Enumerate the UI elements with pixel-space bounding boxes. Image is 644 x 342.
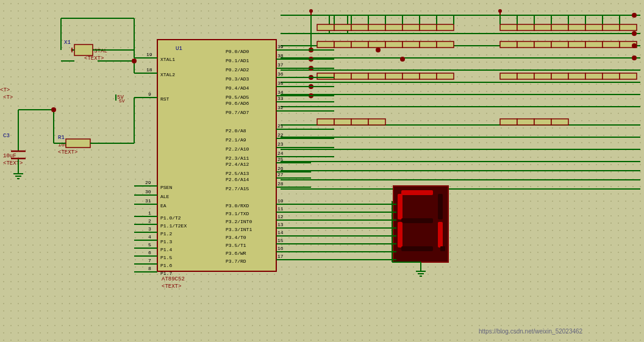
svg-rect-165 [334, 24, 351, 30]
svg-text:2: 2 [148, 218, 151, 224]
svg-text:13: 13 [277, 222, 284, 227]
svg-text:11: 11 [277, 206, 284, 212]
svg-rect-200 [568, 41, 585, 48]
svg-text:35: 35 [277, 80, 284, 86]
svg-text:P2.2/A10: P2.2/A10 [226, 146, 249, 152]
svg-text:39: 39 [277, 44, 284, 49]
svg-text:P3.5/T1: P3.5/T1 [226, 243, 246, 248]
svg-rect-204 [500, 73, 517, 79]
cap-c3-label: C3 [3, 133, 10, 139]
seg-top-right [438, 194, 443, 219]
svg-text:P1.7: P1.7 [160, 271, 172, 276]
svg-text:P0.0/AD0: P0.0/AD0 [226, 49, 249, 54]
svg-rect-192 [568, 24, 585, 30]
svg-rect-178 [420, 41, 437, 48]
svg-rect-181 [334, 73, 351, 79]
crystal-label: X1 [64, 40, 71, 46]
svg-rect-170 [420, 24, 437, 30]
svg-rect-207 [551, 73, 568, 79]
svg-text:32: 32 [277, 105, 284, 110]
svg-text:XTAL1: XTAL1 [160, 57, 175, 62]
svg-rect-216 [500, 119, 517, 125]
svg-text:9: 9 [148, 91, 151, 97]
svg-text:P0.2/AD2: P0.2/AD2 [226, 67, 249, 73]
svg-text:P2.1/A9: P2.1/A9 [226, 137, 246, 143]
svg-text:P2.6/A14: P2.6/A14 [226, 177, 249, 182]
svg-text:29: 29 [145, 180, 151, 185]
ic-u1-label: U1 [176, 46, 182, 52]
svg-text:P1.5: P1.5 [160, 255, 172, 260]
svg-rect-175 [368, 41, 385, 48]
svg-text:34: 34 [277, 90, 284, 95]
svg-rect-187 [437, 73, 454, 79]
svg-text:36: 36 [277, 71, 284, 77]
svg-rect-189 [517, 24, 534, 30]
svg-text:ALE: ALE [160, 194, 170, 199]
svg-text:8: 8 [148, 266, 151, 271]
svg-rect-205 [517, 73, 534, 79]
svg-text:P3.1/TXD: P3.1/TXD [226, 211, 249, 216]
svg-text:5: 5 [148, 242, 151, 248]
svg-point-278 [309, 9, 313, 13]
svg-rect-186 [420, 73, 437, 79]
svg-rect-188 [500, 24, 517, 30]
cap-c3-text: <TEXT> [3, 160, 23, 166]
svg-text:3: 3 [148, 226, 151, 232]
svg-point-226 [376, 48, 381, 52]
svg-text:P1.2: P1.2 [160, 231, 172, 237]
svg-text:P0.3/AD3: P0.3/AD3 [226, 76, 249, 82]
svg-rect-199 [551, 41, 568, 48]
svg-rect-210 [603, 73, 620, 79]
svg-rect-209 [585, 73, 603, 79]
svg-text:14: 14 [277, 230, 284, 235]
svg-rect-217 [517, 119, 534, 125]
svg-rect-176 [385, 41, 402, 48]
svg-rect-174 [351, 41, 368, 48]
svg-rect-171 [437, 24, 454, 30]
svg-text:19: 19 [146, 52, 152, 57]
ic-u1-text: <TEXT> [162, 283, 181, 290]
svg-text:27: 27 [277, 172, 284, 177]
svg-text:24: 24 [277, 151, 284, 156]
svg-rect-177 [402, 41, 420, 48]
svg-rect-166 [351, 24, 368, 30]
seg-middle [401, 218, 433, 223]
svg-text:30: 30 [145, 189, 151, 194]
svg-rect-173 [334, 41, 351, 48]
svg-text:25: 25 [277, 157, 284, 162]
svg-text:P1.6: P1.6 [160, 263, 172, 268]
svg-point-227 [400, 57, 405, 62]
svg-text:P3.7/RD: P3.7/RD [226, 258, 246, 264]
svg-text:P3.6/WR: P3.6/WR [226, 251, 246, 256]
seg-bottom-right [438, 222, 443, 248]
svg-rect-218 [534, 119, 551, 125]
svg-text:P2.4/A12: P2.4/A12 [226, 162, 249, 167]
crystal-body [74, 45, 93, 55]
svg-rect-196 [500, 41, 517, 48]
ic-u1-type: AT89C52 [162, 276, 185, 282]
seg-bottom [401, 246, 433, 251]
svg-text:P3.0/RXD: P3.0/RXD [226, 203, 249, 208]
svg-text:P1.3: P1.3 [160, 239, 172, 244]
seg-dp [440, 246, 445, 251]
seg-bottom-left [398, 222, 402, 248]
svg-rect-214 [351, 119, 368, 125]
svg-text:EA: EA [160, 203, 166, 208]
svg-text:P0.6/AD6: P0.6/AD6 [226, 101, 249, 106]
svg-rect-191 [551, 24, 568, 30]
junction-rst [51, 107, 56, 112]
svg-text:26: 26 [277, 166, 284, 171]
res-r1-text: <TEXT> [58, 149, 77, 155]
svg-text:P1.0/T2: P1.0/T2 [160, 215, 181, 221]
svg-text:33: 33 [277, 96, 284, 101]
svg-rect-201 [585, 41, 603, 48]
svg-rect-208 [568, 73, 585, 79]
svg-text:17: 17 [277, 254, 284, 259]
svg-rect-213 [334, 119, 351, 125]
seg-top [401, 190, 433, 195]
svg-rect-164 [317, 24, 334, 30]
svg-text:31: 31 [145, 198, 151, 204]
junction-xtal [132, 59, 137, 63]
svg-text:P0.1/AD1: P0.1/AD1 [226, 58, 249, 63]
svg-text:28: 28 [277, 181, 284, 187]
